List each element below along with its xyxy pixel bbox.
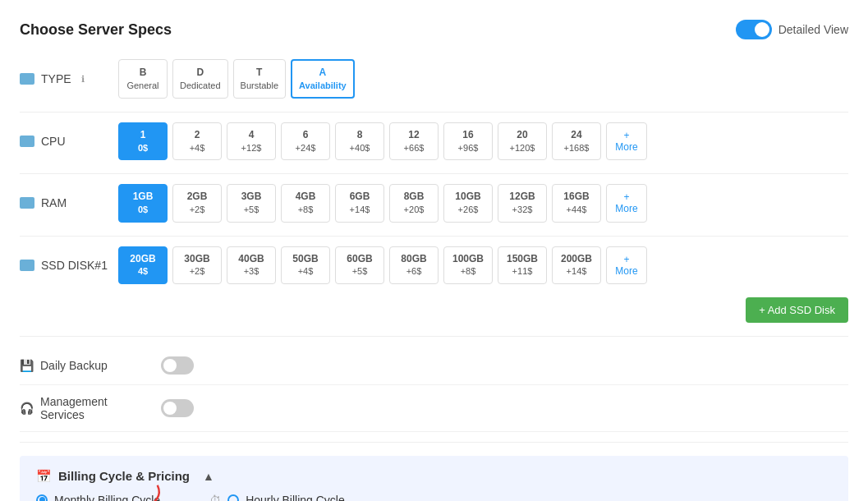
daily-backup-icon: 💾 — [20, 359, 34, 372]
disk-row: 💾 SSD DISK#1 20GB4$ 30GB+2$ 40GB+3$ 50GB… — [20, 246, 848, 284]
ram-option-1gb[interactable]: 1GB0$ — [118, 184, 168, 222]
disk-option-100gb[interactable]: 100GB+8$ — [443, 246, 493, 284]
type-option-general[interactable]: BGeneral — [118, 59, 168, 99]
type-options: BGeneral DDedicated TBurstable AAvailabi… — [118, 59, 355, 99]
disk-option-20gb[interactable]: 20GB4$ — [118, 246, 168, 284]
cpu-option-2[interactable]: 2+4$ — [172, 122, 222, 160]
add-ssd-disk-button[interactable]: + Add SSD Disk — [746, 297, 848, 323]
monthly-radio[interactable] — [36, 494, 48, 501]
cpu-icon: ⬜ — [20, 136, 34, 147]
ram-icon: ⬜ — [20, 197, 34, 209]
type-option-dedicated[interactable]: DDedicated — [172, 59, 228, 99]
disk-option-60gb[interactable]: 60GB+5$ — [335, 246, 384, 284]
ram-option-4gb[interactable]: 4GB+8$ — [281, 184, 330, 222]
hourly-radio[interactable] — [227, 494, 239, 501]
cpu-option-8[interactable]: 8+40$ — [335, 122, 384, 160]
ram-label: RAM — [41, 196, 67, 209]
billing-chevron-icon[interactable]: ▲ — [203, 470, 214, 483]
detailed-view-label: Detailed View — [778, 23, 848, 36]
ram-option-8gb[interactable]: 8GB+20$ — [389, 184, 439, 222]
cpu-option-12[interactable]: 12+66$ — [389, 122, 439, 160]
cpu-label: CPU — [41, 135, 66, 148]
page-title: Choose Server Specs — [20, 21, 172, 39]
daily-backup-toggle[interactable] — [161, 356, 194, 375]
management-icon: 🎧 — [20, 402, 34, 415]
hourly-option: ⏱ Hourly Billing Cycle Price when Powere… — [209, 494, 471, 501]
ram-options: 1GB0$ 2GB+2$ 3GB+5$ 4GB+8$ 6GB+14$ 8GB+2… — [118, 184, 647, 222]
hourly-label: Hourly Billing Cycle — [246, 494, 345, 501]
disk-more-button[interactable]: +More — [606, 246, 647, 284]
ram-option-10gb[interactable]: 10GB+26$ — [443, 184, 493, 222]
type-label: TYPE — [41, 72, 71, 85]
monthly-option: Monthly Billing Cycle Price: 4$/month — [36, 494, 160, 501]
management-label: Management Services — [40, 395, 151, 421]
hourly-billing-icon: ⏱ — [209, 494, 221, 501]
cpu-option-24[interactable]: 24+168$ — [552, 122, 601, 160]
daily-backup-row: 💾 Daily Backup — [20, 347, 848, 385]
type-option-burstable[interactable]: TBurstable — [233, 59, 286, 99]
disk-option-40gb[interactable]: 40GB+3$ — [227, 246, 276, 284]
disk-options: 20GB4$ 30GB+2$ 40GB+3$ 50GB+4$ 60GB+5$ 8… — [118, 246, 647, 284]
management-services-row: 🎧 Management Services — [20, 385, 848, 432]
daily-backup-label: Daily Backup — [40, 359, 108, 372]
ram-option-2gb[interactable]: 2GB+2$ — [172, 184, 222, 222]
disk-option-200gb[interactable]: 200GB+14$ — [552, 246, 601, 284]
disk-option-80gb[interactable]: 80GB+6$ — [389, 246, 439, 284]
ram-option-6gb[interactable]: 6GB+14$ — [335, 184, 384, 222]
cpu-option-6[interactable]: 6+24$ — [281, 122, 330, 160]
ram-option-12gb[interactable]: 12GB+32$ — [498, 184, 547, 222]
cpu-option-16[interactable]: 16+96$ — [443, 122, 493, 160]
management-toggle[interactable] — [161, 399, 194, 417]
detailed-view-toggle[interactable] — [736, 20, 772, 39]
disk-icon: 💾 — [20, 260, 34, 271]
type-info-icon: ℹ — [81, 74, 85, 85]
cpu-option-20[interactable]: 20+120$ — [498, 122, 547, 160]
disk-label: SSD DISK#1 — [41, 259, 108, 272]
cpu-options: 10$ 2+4$ 4+12$ 6+24$ 8+40$ 12+66$ 16+96$… — [118, 122, 647, 160]
cpu-row: ⬜ CPU 10$ 2+4$ 4+12$ 6+24$ 8+40$ 12+66$ … — [20, 122, 848, 160]
ram-option-16gb[interactable]: 16GB+44$ — [552, 184, 601, 222]
type-row: ⬛ TYPE ℹ BGeneral DDedicated TBurstable … — [20, 59, 848, 99]
billing-section: 📅 Billing Cycle & Pricing ▲ Monthly Bill… — [20, 456, 848, 501]
ram-row: ⬜ RAM 1GB0$ 2GB+2$ 3GB+5$ 4GB+8$ 6GB+14$… — [20, 184, 848, 222]
disk-option-50gb[interactable]: 50GB+4$ — [281, 246, 330, 284]
disk-option-30gb[interactable]: 30GB+2$ — [172, 246, 222, 284]
ram-more-button[interactable]: +More — [606, 184, 647, 222]
cpu-option-4[interactable]: 4+12$ — [227, 122, 276, 160]
ram-option-3gb[interactable]: 3GB+5$ — [227, 184, 276, 222]
cpu-more-button[interactable]: +More — [606, 122, 647, 160]
billing-calendar-icon: 📅 — [36, 469, 52, 484]
cpu-option-1[interactable]: 10$ — [118, 122, 168, 160]
disk-option-150gb[interactable]: 150GB+11$ — [498, 246, 547, 284]
type-option-availability[interactable]: AAvailability — [291, 59, 355, 99]
add-disk-section: + Add SSD Disk — [20, 297, 848, 323]
type-icon: ⬛ — [20, 73, 34, 85]
